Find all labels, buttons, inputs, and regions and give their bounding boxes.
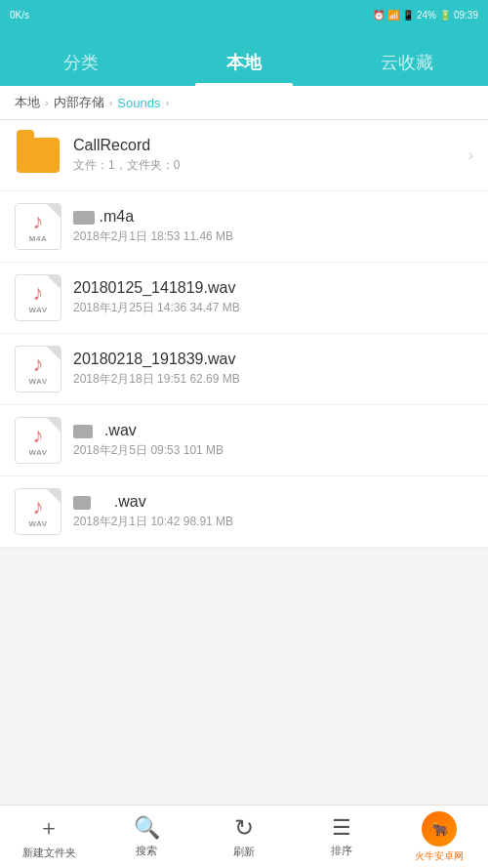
- toolbar-refresh[interactable]: ↻ 刷新: [195, 809, 293, 864]
- file-name: 20180125_141819.wav: [73, 279, 473, 297]
- redacted-block-a: [73, 496, 91, 510]
- toolbar-search-label: 搜索: [136, 844, 157, 858]
- music-note-icon: ♪: [33, 425, 44, 446]
- breadcrumb-sounds[interactable]: Sounds: [117, 96, 160, 110]
- file-name: .wav: [73, 493, 473, 511]
- bottom-toolbar: ＋ 新建文件夹 🔍 搜索 ↻ 刷新 ☰ 排序 🐂 火牛安卓网: [0, 805, 488, 868]
- folder-shape: [17, 138, 60, 173]
- list-item[interactable]: ♪ M4A .m4a 2018年2月1日 18:53 11.46 MB: [0, 191, 488, 263]
- toolbar-new-folder[interactable]: ＋ 新建文件夹: [0, 808, 98, 865]
- status-bar: 0K/s ⏰ 📶 📱 24% 🔋 09:39: [0, 0, 488, 29]
- breadcrumb: 本地 › 内部存储 › Sounds ›: [0, 86, 488, 120]
- file-info: CallRecord 文件：1，文件夹：0: [73, 137, 457, 174]
- toolbar-sort-label: 排序: [331, 844, 352, 858]
- brand-logo: 🐂: [422, 811, 457, 847]
- file-meta: 文件：1，文件夹：0: [73, 157, 457, 174]
- list-item[interactable]: ♪ WAV .wav 2018年2月5日 09:53 101 MB: [0, 405, 488, 476]
- file-name: .wav: [73, 422, 473, 439]
- folder-icon: [15, 132, 61, 179]
- battery-icon: 🔋: [439, 10, 451, 21]
- tab-cloud[interactable]: 云收藏: [325, 51, 488, 86]
- audio-ext-label: WAV: [28, 306, 47, 314]
- toolbar-sort[interactable]: ☰ 排序: [293, 810, 390, 863]
- file-meta: 2018年2月5日 09:53 101 MB: [73, 442, 473, 459]
- list-item[interactable]: ♪ WAV 20180218_191839.wav 2018年2月18日 19:…: [0, 334, 488, 405]
- list-item[interactable]: ♪ WAV 20180125_141819.wav 2018年1月25日 14:…: [0, 263, 488, 334]
- battery-text: 24%: [417, 10, 436, 21]
- breadcrumb-sep-3: ›: [165, 97, 169, 108]
- audio-file-icon: ♪ M4A: [15, 203, 61, 250]
- file-meta: 2018年1月25日 14:36 34.47 MB: [73, 300, 473, 316]
- signal-icon: 📱: [402, 10, 414, 21]
- header-tabs: 分类 本地 云收藏: [0, 29, 488, 86]
- file-meta: 2018年2月1日 18:53 11.46 MB: [73, 228, 473, 245]
- audio-file-icon: ♪ WAV: [15, 488, 61, 535]
- sort-icon: ☰: [332, 815, 351, 841]
- file-list: CallRecord 文件：1，文件夹：0 › ♪ M4A .m4a 2018年…: [0, 120, 488, 802]
- file-info: 20180218_191839.wav 2018年2月18日 19:51 62.…: [73, 351, 473, 388]
- audio-ext-label: WAV: [28, 519, 47, 528]
- file-name: 20180218_191839.wav: [73, 351, 473, 368]
- toolbar-refresh-label: 刷新: [233, 845, 255, 859]
- status-icons: ⏰ 📶 📱 24% 🔋 09:39: [373, 10, 478, 21]
- file-info: .wav 2018年2月1日 10:42 98.91 MB: [73, 493, 473, 530]
- breadcrumb-internal[interactable]: 内部存储: [54, 94, 104, 111]
- toolbar-brand[interactable]: 🐂 火牛安卓网: [390, 806, 488, 868]
- list-item[interactable]: CallRecord 文件：1，文件夹：0 ›: [0, 120, 488, 191]
- search-icon: 🔍: [134, 815, 160, 841]
- file-meta: 2018年2月1日 10:42 98.91 MB: [73, 514, 473, 530]
- redacted-block: [73, 211, 95, 225]
- plus-icon: ＋: [38, 813, 60, 843]
- breadcrumb-sep-1: ›: [45, 97, 49, 108]
- refresh-icon: ↻: [234, 814, 254, 842]
- file-info: .m4a 2018年2月1日 18:53 11.46 MB: [73, 208, 473, 245]
- music-note-icon: ♪: [33, 211, 44, 232]
- wifi-icon: 📶: [387, 10, 399, 21]
- file-name: .m4a: [73, 208, 473, 226]
- file-info: 20180125_141819.wav 2018年1月25日 14:36 34.…: [73, 279, 473, 316]
- status-speed: 0K/s: [10, 10, 369, 21]
- tab-local[interactable]: 本地: [163, 51, 326, 86]
- audio-file-icon: ♪ WAV: [15, 417, 61, 464]
- audio-file-icon: ♪ WAV: [15, 346, 61, 393]
- audio-ext-label: WAV: [28, 377, 47, 386]
- file-meta: 2018年2月18日 19:51 62.69 MB: [73, 371, 473, 388]
- toolbar-search[interactable]: 🔍 搜索: [98, 810, 195, 863]
- brand-label: 火牛安卓网: [415, 849, 464, 863]
- audio-ext-label: WAV: [28, 448, 47, 457]
- music-note-icon: ♪: [33, 496, 44, 517]
- breadcrumb-local[interactable]: 本地: [15, 94, 40, 111]
- music-note-icon: ♪: [33, 282, 44, 304]
- alarm-icon: ⏰: [373, 10, 385, 21]
- breadcrumb-sep-2: ›: [109, 97, 113, 108]
- list-item[interactable]: ♪ WAV .wav 2018年2月1日 10:42 98.91 MB: [0, 476, 488, 548]
- clock: 09:39: [454, 10, 478, 21]
- audio-file-icon: ♪ WAV: [15, 274, 61, 321]
- tab-category[interactable]: 分类: [0, 51, 163, 86]
- music-note-icon: ♪: [33, 353, 44, 375]
- audio-ext-label: M4A: [29, 234, 47, 243]
- redacted-block: [73, 425, 93, 438]
- file-info: .wav 2018年2月5日 09:53 101 MB: [73, 422, 473, 459]
- file-name: CallRecord: [73, 137, 457, 154]
- toolbar-new-folder-label: 新建文件夹: [22, 846, 76, 860]
- arrow-icon: ›: [468, 146, 473, 164]
